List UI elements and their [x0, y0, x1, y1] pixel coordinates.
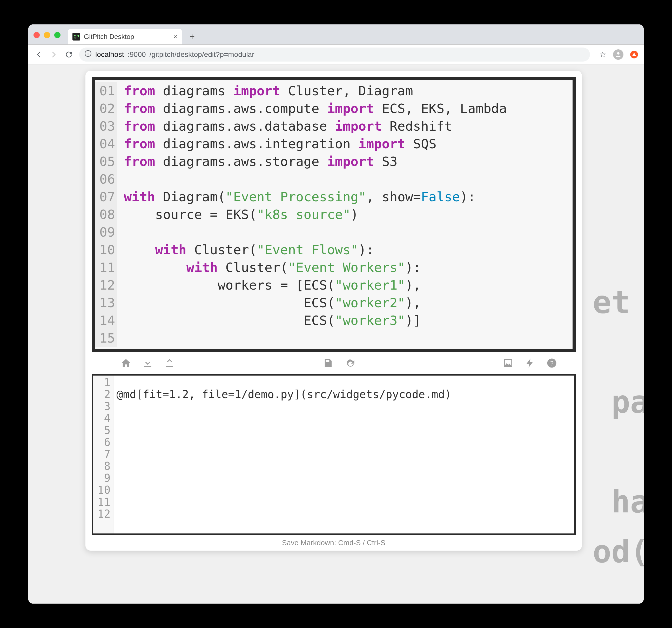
editor-line-number: 2 [97, 389, 111, 400]
line-number: 03 [95, 117, 117, 135]
new-tab-button[interactable]: + [186, 30, 199, 43]
tabstrip: GP GitPitch Desktop × + [68, 24, 199, 44]
profile-avatar-icon[interactable] [613, 49, 623, 60]
line-number: 13 [95, 294, 117, 312]
url-input[interactable]: localhost:9000/gitpitch/desktop/edit?p=m… [79, 48, 590, 62]
line-number: 01 [95, 82, 117, 100]
upload-icon[interactable] [164, 357, 175, 369]
code-line: 14 ECS("worker3")] [95, 312, 571, 329]
editor-line[interactable] [117, 484, 452, 496]
editor-line[interactable] [117, 448, 452, 460]
line-number: 14 [95, 312, 117, 329]
editor-line-number: 8 [97, 460, 111, 472]
editor-line[interactable] [117, 400, 452, 413]
line-number: 15 [95, 329, 117, 347]
code-line: 04from diagrams.aws.integration import S… [95, 135, 571, 153]
browser-tab[interactable]: GP GitPitch Desktop × [68, 29, 182, 44]
editor-line-number: 10 [97, 484, 111, 496]
code-text: with Cluster("Event Workers"): [117, 259, 421, 276]
code-text: with Cluster("Event Flows"): [117, 241, 374, 259]
code-line: 15 [95, 329, 571, 347]
back-button[interactable] [34, 50, 43, 59]
titlebar: GP GitPitch Desktop × + [28, 24, 644, 45]
code-line: 09 [95, 223, 571, 241]
maximize-window-button[interactable] [54, 32, 61, 38]
code-line: 08 source = EKS("k8s source") [95, 206, 571, 223]
svg-point-3 [617, 52, 619, 54]
code-line: 13 ECS("worker2"), [95, 294, 571, 312]
editor-line-number: 6 [97, 436, 111, 448]
line-number: 06 [95, 170, 117, 188]
line-number: 12 [95, 276, 117, 294]
code-line: 01from diagrams import Cluster, Diagram [95, 82, 571, 100]
code-text: from diagrams import Cluster, Diagram [117, 82, 413, 100]
code-text [117, 223, 131, 241]
editor-line-number: 3 [97, 400, 111, 413]
line-number: 07 [95, 188, 117, 206]
forward-button[interactable] [49, 50, 58, 59]
editor-line[interactable] [117, 436, 452, 448]
code-preview-pane: 01from diagrams import Cluster, Diagram0… [92, 77, 576, 352]
code-text: from diagrams.aws.database import Redshi… [117, 117, 452, 135]
save-icon[interactable] [322, 357, 334, 369]
markdown-editor[interactable]: 123456789101112 @md[fit=1.2, file=1/demo… [92, 374, 576, 535]
editor-gutter: 123456789101112 [93, 376, 114, 533]
window-controls [33, 32, 61, 38]
tab-title: GitPitch Desktop [84, 33, 170, 41]
url-port: :9000 [128, 50, 146, 59]
download-icon[interactable] [142, 357, 153, 369]
url-host: localhost [95, 50, 124, 59]
code-line: 11 with Cluster("Event Workers"): [95, 259, 571, 276]
favicon-icon: GP [72, 33, 80, 41]
close-window-button[interactable] [33, 32, 40, 38]
url-path: /gitpitch/desktop/edit?p=modular [149, 50, 255, 59]
bolt-icon[interactable] [524, 357, 536, 369]
line-number: 09 [95, 223, 117, 241]
help-icon[interactable]: ? [546, 357, 557, 369]
editor-line[interactable] [117, 472, 452, 484]
bookmark-icon[interactable]: ☆ [599, 50, 606, 59]
line-number: 10 [95, 241, 117, 259]
editor-line[interactable]: @md[fit=1.2, file=1/demo.py](src/widgets… [117, 389, 452, 400]
line-number: 11 [95, 259, 117, 276]
editor-line-number: 1 [97, 377, 111, 389]
status-bar: Save Markdown: Cmd-S / Ctrl-S [92, 535, 576, 549]
svg-rect-2 [88, 52, 88, 52]
browser-window: GP GitPitch Desktop × + localhost:9000/g… [28, 24, 644, 604]
code-text [117, 170, 131, 188]
line-number: 05 [95, 153, 117, 170]
line-number: 04 [95, 135, 117, 153]
editor-card: 01from diagrams import Cluster, Diagram0… [86, 71, 582, 551]
code-text: ECS("worker2"), [117, 294, 421, 312]
reload-button[interactable] [64, 50, 73, 59]
editor-line-number: 12 [97, 508, 111, 520]
code-line: 07with Diagram("Event Processing", show=… [95, 188, 571, 206]
editor-line[interactable] [117, 424, 452, 436]
editor-line-number: 9 [97, 472, 111, 484]
site-info-icon[interactable] [85, 50, 92, 59]
background-decoration: et pa ha od( [593, 277, 644, 577]
code-text: from diagrams.aws.storage import S3 [117, 153, 398, 170]
refresh-icon[interactable] [344, 357, 356, 369]
code-line: 05from diagrams.aws.storage import S3 [95, 153, 571, 170]
close-tab-button[interactable]: × [173, 33, 177, 41]
editor-body[interactable]: @md[fit=1.2, file=1/demo.py](src/widgets… [114, 376, 455, 533]
editor-line[interactable] [117, 413, 452, 424]
extension-icon[interactable] [630, 51, 638, 59]
address-bar: localhost:9000/gitpitch/desktop/edit?p=m… [28, 45, 644, 64]
minimize-window-button[interactable] [44, 32, 50, 38]
editor-line[interactable] [117, 508, 452, 520]
code-text: from diagrams.aws.compute import ECS, EK… [117, 100, 507, 117]
image-icon[interactable] [502, 357, 514, 369]
code-text: source = EKS("k8s source") [117, 206, 358, 223]
home-icon[interactable] [120, 357, 131, 369]
code-text: from diagrams.aws.integration import SQS [117, 135, 436, 153]
code-line: 02from diagrams.aws.compute import ECS, … [95, 100, 571, 117]
code-line: 12 workers = [ECS("worker1"), [95, 276, 571, 294]
editor-line[interactable] [117, 460, 452, 472]
line-number: 02 [95, 100, 117, 117]
editor-line[interactable] [117, 496, 452, 508]
editor-line-number: 4 [97, 413, 111, 424]
code-line: 06 [95, 170, 571, 188]
editor-line[interactable] [117, 377, 452, 389]
